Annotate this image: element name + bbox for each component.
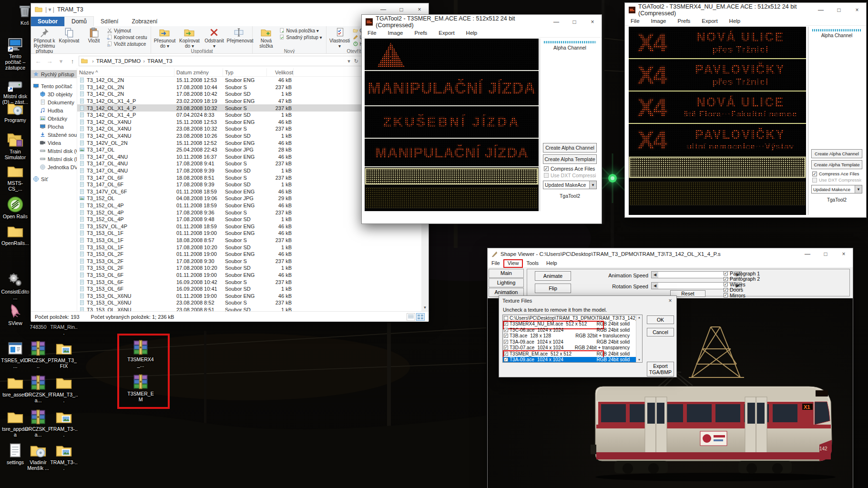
maximize-button[interactable]: □ [565, 15, 583, 29]
file-row[interactable]: T3_153_OL_2F01.11.2008 19:00Soubor ENG46… [77, 251, 429, 258]
file-row[interactable]: T3_153_OL_6F01.11.2008 19:00Soubor ENG46… [77, 272, 429, 279]
close-button[interactable]: × [583, 15, 602, 29]
checkbox-icon[interactable]: ✓ [504, 340, 508, 344]
ribbon-button-odstranit[interactable]: Odstranit▾ [202, 27, 226, 49]
create-alpha-channel-button[interactable]: Create Alpha Channel [543, 143, 597, 152]
desktop-icon-orczsk-pa[interactable]: ORCZSK_Pa... [24, 409, 52, 437]
file-row[interactable]: T3_153_OL_2F17.08.2008 9:30Soubor S237 k… [77, 257, 429, 264]
checkbox-mirrors[interactable]: ✓Mirrors [724, 293, 745, 298]
desktop-icon-tram-t3[interactable]: TRAM_T3-... [50, 409, 78, 437]
file-row[interactable]: T3_153_OL_6F16.09.2008 10:41Soubor SD1 k… [77, 285, 429, 293]
desktop-icon-orczsk-p[interactable]: ORCZSK_P... [24, 340, 52, 369]
create-alpha-channel-button[interactable]: Create Alpha Channel [811, 149, 862, 158]
sidebar-item-tento-po-ta[interactable]: Tento počítač [31, 82, 77, 90]
texture-list-scrollbar[interactable]: ▴▾ [636, 315, 642, 362]
file-row[interactable]: T3_153_OL_1F17.08.2008 10:20Soubor SD1 k… [77, 244, 429, 251]
ribbon-button-p-ejmenovat[interactable]: Přejmenovat [226, 27, 251, 43]
texture-row-t3b-ace[interactable]: ✓T3B.ace128 x 128RGB 32bit + translucenc… [503, 333, 642, 339]
menu-item-file[interactable]: File [625, 17, 645, 25]
file-row[interactable]: T3_153_OL_2F17.08.2008 10:20Soubor SD1 k… [77, 264, 429, 272]
quick-access-toolbar[interactable]: | ▾ | [45, 6, 54, 13]
texture-row-t3c-06-ace[interactable]: ✓T3C-06.ace1024 x 1024RGB 24bit solid [503, 327, 642, 333]
ribbon-button-kop-rovat[interactable]: Kopírovat [57, 27, 82, 43]
menu-item-view[interactable]: View [504, 260, 523, 267]
file-row[interactable]: T3_153_OL_X6NU23.08.2008 8:51Soubor SD1 … [77, 306, 429, 311]
create-alpha-template-button[interactable]: Create Alpha Template [543, 154, 597, 164]
ok-button[interactable]: OK [647, 315, 674, 324]
desktop-icon-tram-t3[interactable]: TRAM_T3_... [50, 375, 78, 403]
ribbon-button-snadn-p-stup[interactable]: Snadný přístup ▾ [278, 34, 325, 41]
sidebar-item-plocha[interactable]: Plocha [31, 122, 77, 131]
tga2-title-bar[interactable]: TGATool2 - T3SMERX4_NU_EM.ACE ACE : 512x… [625, 3, 866, 17]
maximize-button[interactable]: □ [817, 248, 835, 260]
ribbon-button-p-esunoutdo[interactable]: Přesunoutdo ▾ [152, 27, 177, 49]
breadcrumb-segment-tram-t3[interactable]: TRAM_T3 [147, 58, 172, 64]
list-view-button[interactable] [407, 313, 415, 321]
desktop-icon-tram-t3[interactable]: TRAM_T3-... [50, 442, 78, 471]
checkbox-pantograph-2[interactable]: ✓Pantograph 2 [724, 276, 760, 282]
texture-row-t3d-07-ace[interactable]: ✓T3D-07.ace1024 x 1024RGB 24bit + transp… [503, 345, 642, 351]
sidebar-item-rychl-p-stup[interactable]: Rychlý přístup [31, 70, 77, 78]
menu-item-prefs[interactable]: Prefs [672, 17, 696, 25]
create-alpha-template-button[interactable]: Create Alpha Template [811, 160, 862, 169]
column-header-velikost[interactable]: Velikost [267, 68, 294, 76]
sidebar-item-m-stn-disk-c[interactable]: Místní disk (C:) [31, 147, 77, 155]
checkbox-icon[interactable]: ✓ [504, 346, 508, 350]
up-button[interactable]: ↑ [67, 58, 78, 65]
checkbox-icon[interactable]: ✓ [504, 328, 508, 332]
desktop-icon-programy[interactable]: Programy [1, 100, 30, 123]
forward-button[interactable]: → [44, 58, 55, 65]
compress-ace-files-checkbox[interactable]: ✓Compress Ace Files [544, 166, 596, 172]
close-button[interactable]: × [848, 3, 866, 17]
desktop-icon-vladin-r-men-k[interactable]: Vladinír Menšík ... [24, 442, 52, 471]
sidebar-item-hudba[interactable]: Hudba [31, 106, 77, 114]
column-header-n-zev[interactable]: Název ^ [77, 68, 174, 76]
desktop-icon-consistedito[interactable]: ConsistEdito... [1, 272, 30, 300]
ribbon-button-kop-rovatdo[interactable]: Kopírovatdo ▾ [177, 27, 202, 49]
menu-item-prefs[interactable]: Prefs [409, 29, 433, 37]
texture-row-t3smer-em-ace[interactable]: ✓T3SMER_EM.ace512 x 512RGB 24bit solid [503, 351, 642, 357]
checkbox-pantograph-1[interactable]: ✓Pantograph 1 [724, 271, 760, 276]
ribbon-tab-soubor[interactable]: Soubor [31, 17, 64, 26]
ribbon-tab-sd-len[interactable]: Sdílení [94, 17, 125, 26]
makeace-dropdown[interactable]: Updated MakeAce▾ [811, 185, 862, 193]
dialog-title-bar[interactable]: Texture Files × [499, 296, 676, 305]
texture-canvas[interactable]: MANIPULAČNÍ JÍZDA ZKUŠEBNÍ JÍZDA MANIPUL… [365, 39, 539, 211]
sidebar-item-3d-objekty[interactable]: 3D objekty [31, 90, 77, 98]
close-icon[interactable]: × [664, 296, 676, 305]
desktop-icon-openrails[interactable]: OpenRails... [1, 223, 30, 246]
texture-row-t3smerx4-nu-em-ace[interactable]: ✓T3SMERX4_NU_EM.ace512 x 512RGB 24bit so… [503, 321, 642, 327]
makeace-dropdown[interactable]: Updated MakeAce▾ [543, 181, 597, 189]
chevron-down-icon[interactable]: ▾ [855, 185, 862, 193]
texture-row-c-users-pc-desktop-tram-t3-dpmo-tram-t3-t3-142-ol-x1-4-p-s[interactable]: C:\Users\PC\Desktop\TRAM_T3_DPMO\TRAM_T3… [503, 315, 642, 321]
minimize-button[interactable]: — [547, 15, 565, 29]
column-header-typ[interactable]: Typ [223, 68, 267, 76]
checkbox-icon[interactable]: ✓ [504, 357, 508, 362]
texture-canvas[interactable]: X4NOVÁ ULICEpřes TržniciX4PAVLOVIČKYpřes… [629, 27, 806, 215]
slider-left-arrow-icon[interactable]: ◀ [652, 272, 658, 278]
chevron-down-icon[interactable]: ▾ [589, 181, 596, 189]
animate-button[interactable]: Animate [535, 271, 571, 281]
export-tga-bmp-button[interactable]: ExportTGA/BMP [647, 362, 674, 376]
sidebar-item-obr-zky[interactable]: Obrázky [31, 114, 77, 122]
menu-item-file[interactable]: File [488, 260, 504, 267]
desktop-icon-tento-po-ta-z-stupce[interactable]: Tento počítač – zástupce [1, 36, 30, 71]
checkbox-icon[interactable]: ✓ [504, 352, 508, 356]
address-dropdown-icon[interactable]: ▾ [347, 58, 350, 64]
file-row[interactable]: T3_153_OL_1F01.11.2008 19:00Soubor ENG46… [77, 230, 429, 237]
history-dropdown-button[interactable]: ▾ [56, 58, 66, 65]
flip-button[interactable]: Flip [535, 284, 571, 293]
checkbox-icon[interactable]: ✓ [504, 322, 508, 326]
menu-item-tools[interactable]: Tools [522, 260, 542, 267]
file-row[interactable]: T3_153_OL_1F18.08.2008 8:57Soubor S237 k… [77, 237, 429, 244]
column-header-datum-zm-ny[interactable]: Datum změny [174, 68, 223, 76]
back-button[interactable]: ← [33, 58, 43, 65]
ribbon-button-vyjmout[interactable]: Vyjmout [106, 27, 150, 34]
checkbox-icon[interactable]: ✓ [504, 334, 508, 338]
desktop-icon-orczsk-pa[interactable]: ORCZSK_Pa... [24, 375, 52, 403]
file-row[interactable]: T3_153_OL_X6NU01.11.2008 19:00Soubor ENG… [77, 292, 429, 299]
ribbon-button-p-ipnout-krychl-mu-p-stupu[interactable]: Připnout kRychlému přístupu [32, 27, 57, 54]
menu-item-help[interactable]: Help [460, 29, 483, 37]
sidebar-item-m-stn-disk-d[interactable]: Místní disk (D:) [31, 155, 77, 163]
tab-main[interactable]: Main [489, 269, 524, 278]
